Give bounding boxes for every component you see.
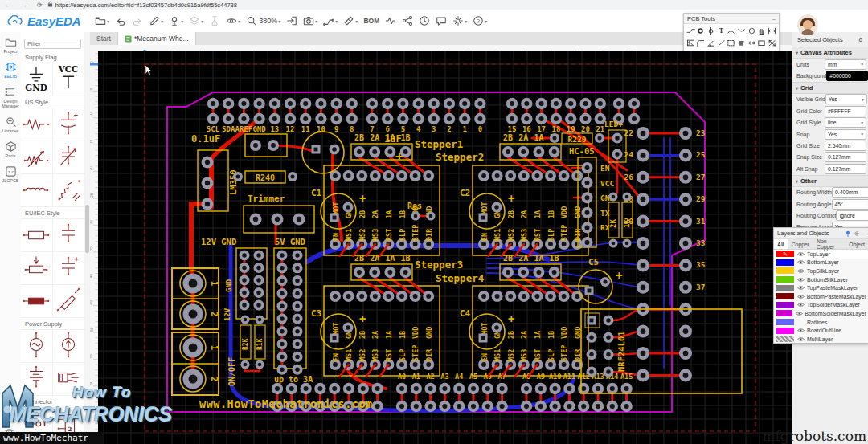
pcb-canvas[interactable]: SCLSDAAREFGND131211109876543210151617181… — [98, 51, 792, 444]
layer-row-toppastemasklayer[interactable]: TopPasteMaskLayer — [774, 283, 868, 292]
tool-arc[interactable] — [727, 25, 737, 37]
avatar[interactable] — [797, 14, 818, 35]
pin-icon[interactable] — [845, 230, 851, 237]
sidebar-item-parts[interactable]: Parts — [0, 136, 21, 161]
library-symbol-src-ac[interactable] — [21, 330, 53, 363]
tool-via[interactable] — [706, 25, 716, 37]
place-button[interactable]: ▾ — [169, 15, 183, 26]
layer-row-boardoutline[interactable]: BoardOutLine — [774, 326, 868, 335]
tool-flip[interactable] — [767, 37, 777, 49]
library-symbol-cap-var[interactable] — [53, 141, 85, 174]
library-symbol-src-dc[interactable] — [53, 330, 85, 363]
tool-image[interactable] — [686, 37, 696, 49]
layer-visibility-eye-icon[interactable] — [796, 285, 805, 291]
url-text[interactable]: https://easyeda.com/editor#id=f13cf03457… — [55, 2, 237, 9]
undo-button[interactable] — [115, 15, 126, 26]
tool-circle[interactable] — [696, 25, 706, 37]
background-input[interactable]: #000000 — [826, 71, 868, 81]
tool-line[interactable] — [716, 37, 727, 49]
tool-arc-3p[interactable] — [736, 25, 747, 37]
tool-dashed-rect[interactable] — [727, 37, 737, 49]
import-button[interactable] — [286, 15, 297, 26]
layer-row-topsilklayer[interactable]: TopSilkLayer — [774, 267, 868, 275]
sidebar-item-eelib[interactable]: EELIB — [0, 57, 21, 82]
alt-snap-input[interactable]: 0.127mm — [825, 164, 866, 174]
library-symbol-res-us[interactable] — [21, 108, 53, 141]
visible-grid-select[interactable]: Yes▾ — [825, 94, 867, 104]
file-button[interactable]: ▾ — [95, 15, 109, 26]
feedback-button[interactable] — [436, 15, 447, 26]
layer-row-topsoldermasklayer[interactable]: TopSolderMaskLayer — [774, 301, 868, 310]
sidebar-item-design-manager[interactable]: Design Manager — [0, 82, 21, 112]
routing-conflict-select[interactable]: Ignore▾ — [836, 210, 868, 221]
tool-corner[interactable] — [696, 37, 706, 49]
history-button[interactable] — [419, 15, 430, 26]
tab-document[interactable]: *Mecanum Whe... — [117, 32, 196, 45]
layer-row-toplayer[interactable]: ✎TopLayer — [774, 250, 868, 259]
share-button[interactable] — [402, 15, 413, 26]
library-symbol-gnd[interactable]: GND — [21, 63, 53, 96]
tool-drag[interactable] — [757, 25, 768, 37]
tool-angle[interactable] — [706, 37, 716, 49]
settings-button[interactable]: ▾ — [452, 15, 467, 26]
grid-color-input[interactable]: #FFFFFF — [825, 106, 866, 116]
tool-track[interactable] — [686, 25, 696, 37]
library-symbol-res-filled[interactable] — [21, 285, 53, 318]
tool-text[interactable]: T — [716, 25, 727, 37]
browser-forward-icon[interactable]: → — [21, 2, 27, 9]
layer-visibility-eye-icon[interactable] — [795, 311, 803, 316]
simulation-button[interactable] — [385, 15, 396, 26]
filter-button[interactable] — [209, 15, 220, 26]
edit-button[interactable]: ▾ — [149, 15, 163, 26]
view-button[interactable]: ▾ — [226, 15, 240, 26]
library-symbol-cap-pol[interactable]: + — [53, 108, 85, 141]
layer-visibility-eye-icon[interactable] — [796, 277, 805, 283]
minimize-icon[interactable]: – — [772, 15, 776, 22]
redo-button[interactable] — [132, 15, 143, 26]
measure-button[interactable]: ▾ — [343, 15, 358, 26]
snapshot-button[interactable]: ▾ — [303, 15, 317, 26]
layers-tab-all[interactable]: All — [774, 239, 788, 249]
library-symbol-inductor[interactable] — [21, 174, 53, 207]
library-symbol-res-eu[interactable] — [21, 219, 53, 252]
layer-visibility-eye-icon[interactable] — [796, 259, 805, 265]
sidebar-item-jlcpcb[interactable]: JLCJLCPCB — [0, 161, 21, 186]
filter-input[interactable] — [24, 39, 81, 49]
library-symbol-res-photo[interactable] — [53, 174, 85, 207]
tool-dimension[interactable] — [767, 25, 777, 37]
panel-section-grid[interactable]: ▾Grid — [792, 82, 868, 94]
grid-style-select[interactable]: line▾ — [825, 117, 866, 128]
library-symbol-cap-pol-eu[interactable] — [53, 252, 85, 285]
help-button[interactable]: ?▾ — [473, 15, 487, 26]
layer-visibility-eye-icon[interactable] — [796, 302, 805, 308]
layer-row-ratlines[interactable]: Ratlines — [774, 318, 868, 327]
gear-icon[interactable] — [854, 230, 860, 237]
sidebar-item-project[interactable]: Project — [0, 32, 21, 57]
layer-visibility-eye-icon[interactable] — [796, 268, 805, 274]
snap-size-input[interactable]: 0.127mm — [825, 152, 866, 162]
layer-row-bottomsilklayer[interactable]: BottomSilkLayer — [774, 275, 868, 284]
layer-visibility-eye-icon[interactable] — [796, 336, 805, 342]
tab-start[interactable]: Start — [90, 32, 117, 45]
layers-minimize-icon[interactable]: – — [862, 230, 866, 237]
library-symbol-res-var[interactable] — [21, 141, 53, 174]
panel-section-canvas-attributes[interactable]: ▾Canvas Attributes — [792, 47, 868, 59]
library-symbol-vcc[interactable]: VCC — [53, 63, 85, 96]
snap-select[interactable]: Yes▾ — [825, 129, 866, 140]
layers-tab-object[interactable]: Object — [845, 239, 868, 249]
tool-pad[interactable] — [747, 37, 757, 49]
tool-rect[interactable] — [757, 37, 768, 49]
layer-visibility-eye-icon[interactable] — [796, 251, 805, 257]
units-select[interactable]: mm▾ — [825, 59, 866, 70]
panel-section-other[interactable]: ▾Other — [792, 175, 868, 187]
library-symbol-cap-eu[interactable] — [53, 219, 85, 252]
sidebar-item-libraries[interactable]: Libraries — [0, 112, 21, 136]
grid-size-input[interactable]: 2.540mm — [825, 141, 866, 151]
layers-tab-non-copper[interactable]: Non-Copper — [813, 239, 845, 249]
browser-back-icon[interactable]: ← — [5, 2, 11, 9]
zoom-button[interactable]: 380%▾ — [246, 15, 280, 26]
bom-button[interactable]: BOM — [363, 17, 379, 25]
library-symbol-pot-eu[interactable] — [21, 252, 53, 285]
layer-visibility-eye-icon[interactable] — [796, 328, 805, 333]
routing-angle-select[interactable]: 45°▾ — [832, 199, 868, 210]
